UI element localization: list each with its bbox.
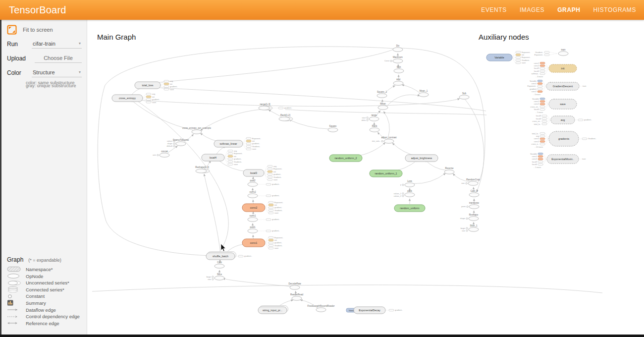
graph-canvas[interactable]: total_lossavginitgradient..savecross_ent… bbox=[87, 20, 644, 335]
graph-node-div[interactable]: Div bbox=[393, 45, 403, 52]
graph-text: Div bbox=[396, 45, 400, 47]
graph-text: gradient.. bbox=[272, 230, 280, 232]
graph-text: Reshape bbox=[469, 214, 479, 216]
graph-text: size bbox=[462, 230, 465, 232]
graph-node-random_crop[interactable]: RandomCropsize bbox=[461, 178, 480, 185]
graph-node-total_loss[interactable]: total_lossavginitgradient..save bbox=[135, 80, 178, 90]
graph-node-aux_avg[interactable]: avggradient..local3local4cross_en..total… bbox=[532, 115, 591, 125]
graph-node-string_input[interactable]: string_input_pr... bbox=[258, 306, 288, 314]
graph-node-ru2[interactable]: random_uniform_2 bbox=[329, 155, 362, 162]
graph-node-shuffle_batch[interactable]: shuffle_batchgradient.. bbox=[206, 252, 252, 260]
graph-node-add[interactable]: Add bbox=[393, 78, 403, 85]
graph-node-aux_train[interactable]: trainGradient..Exponent.. bbox=[535, 49, 568, 56]
graph-text: local4 bbox=[210, 156, 216, 159]
graph-node-pack[interactable]: packvalues_1values_2 bbox=[394, 190, 415, 197]
graph-node-range13[interactable]: range[1-3]gradient.. bbox=[259, 103, 292, 110]
graph-text: train bbox=[561, 49, 566, 51]
fit-to-screen-label: Fit to screen bbox=[23, 27, 53, 33]
graph-text: Exponent.. bbox=[535, 54, 543, 56]
graph-text: avg bbox=[536, 135, 539, 137]
graph-node-aux_init[interactable]: initconv1conv2local3local4softmax.... 3 … bbox=[532, 62, 577, 77]
graph-text: gradient.. bbox=[274, 242, 282, 244]
graph-node-transpose[interactable]: transposeperm bbox=[461, 202, 479, 209]
graph-node-slice1[interactable]: Slice_1beginsize bbox=[461, 225, 479, 232]
graph-node-cast[interactable]: Cast bbox=[215, 261, 224, 268]
graph-text: Exponent.. bbox=[274, 237, 283, 239]
graph-node-cepe[interactable]: cross_entropy_per_example bbox=[182, 127, 211, 134]
graph-node-s2d[interactable]: SparseToDensevaluesshapedefault bbox=[167, 139, 189, 148]
graph-text: cross_entropy_per_example bbox=[182, 127, 211, 129]
fit-to-screen-icon[interactable] bbox=[7, 25, 17, 35]
graph-text: Exponent.. bbox=[274, 202, 283, 204]
graph-text: gradient.. bbox=[152, 99, 160, 101]
graph-text: Gradient.. bbox=[274, 210, 283, 212]
graph-node-aux_variable[interactable]: VariableExponent..initExponent..Gradient… bbox=[486, 51, 531, 64]
graph-node-reader_read[interactable]: ReaderRead bbox=[290, 293, 303, 300]
tab-images[interactable]: IMAGES bbox=[520, 6, 544, 13]
graph-node-maximum[interactable]: MaximumConst bbox=[384, 56, 403, 63]
color-select[interactable]: Structure ▾ bbox=[32, 68, 82, 77]
graph-text: Variable bbox=[530, 80, 537, 82]
graph-node-sub[interactable]: Sub bbox=[459, 92, 469, 99]
graph-node-reshape13[interactable]: Reshape[1-3] bbox=[195, 166, 210, 173]
graph-node-pool1[interactable]: pool1gradient.. bbox=[248, 226, 280, 233]
graph-text: init bbox=[170, 83, 173, 85]
graph-node-slice[interactable]: Slicebeginsize bbox=[207, 273, 224, 281]
graph-node-range_op[interactable]: rangestartdelta bbox=[362, 114, 379, 121]
graph-node-concat[interactable]: concataxis bbox=[153, 150, 169, 157]
graph-node-aux_save[interactable]: saveVariableconv1conv2cross_en..local3..… bbox=[530, 98, 577, 113]
run-select[interactable]: cifar-train ▾ bbox=[32, 40, 82, 49]
graph-node-ru1[interactable]: random_uniform_1 bbox=[370, 170, 402, 177]
graph-text: start bbox=[362, 117, 366, 119]
graph-node-aux_gradients[interactable]: gradientsGradient..total_lo..avgconv1con… bbox=[532, 131, 596, 148]
graph-text: Less bbox=[407, 180, 412, 182]
graph-text: norm1 bbox=[249, 215, 256, 217]
tab-graph[interactable]: GRAPH bbox=[557, 6, 580, 13]
graph-text: avg bbox=[273, 166, 276, 168]
graph-node-square1[interactable]: Square_1 bbox=[377, 91, 387, 98]
choose-file-button[interactable]: Choose File bbox=[35, 54, 82, 63]
graph-node-conv2[interactable]: conv2Exponent..initgradient..Gradient..s… bbox=[242, 201, 283, 214]
graph-node-sqrt[interactable]: Sqrt bbox=[394, 66, 404, 73]
graph-node-cast1[interactable]: Cast_1 bbox=[469, 190, 479, 197]
graph-node-square[interactable]: Square bbox=[328, 125, 338, 132]
graph-node-conv1[interactable]: conv1Exponent..initgradient..Gradient..s… bbox=[242, 236, 283, 249]
graph-node-adjust_contrast[interactable]: adjust_contrastmin_valu.. bbox=[372, 136, 397, 143]
graph-node-aux_gd[interactable]: GradientDescenttrainVariableconv1Exponen… bbox=[528, 80, 587, 95]
graph-node-norm1[interactable]: norm1gradient.. bbox=[248, 215, 280, 222]
graph-text: gradients bbox=[558, 137, 569, 140]
tab-events[interactable]: EVENTS bbox=[481, 6, 507, 13]
graph-edge bbox=[392, 143, 418, 157]
graph-node-less[interactable]: Lessy bbox=[400, 180, 415, 187]
mouse-cursor bbox=[221, 244, 225, 251]
graph-text: shape bbox=[460, 218, 465, 220]
graph-node-rank12[interactable]: Rank[1-2] bbox=[279, 114, 293, 121]
graph-text: Gradient.. bbox=[522, 59, 530, 61]
control-dependency-edge-icon bbox=[7, 314, 22, 320]
graph-node-cross_entropy[interactable]: cross_entropyavginitgradient..save bbox=[112, 93, 160, 103]
graph-node-mean[interactable]: Mean bbox=[378, 103, 388, 110]
graph-node-ru0[interactable]: random_uniform bbox=[394, 205, 425, 212]
graph-node-reverse[interactable]: Reverse bbox=[444, 167, 454, 174]
graph-edge bbox=[402, 85, 420, 93]
graph-text: pack bbox=[407, 190, 412, 192]
graph-node-rank_op[interactable]: Rank bbox=[370, 125, 379, 132]
graph-text: init bbox=[273, 171, 276, 173]
graph-text: pool1 bbox=[250, 226, 256, 228]
graph-node-adjust_brightness[interactable]: adjust_brightness bbox=[405, 155, 438, 162]
graph-text: gradient.. bbox=[244, 255, 252, 257]
graph-text: string_input_pr... bbox=[263, 309, 282, 312]
graph-node-norm2[interactable]: norm2gradient.. bbox=[248, 191, 280, 198]
graph-node-reshape_op[interactable]: Reshapeshape bbox=[460, 214, 479, 221]
graph-node-exp_decay[interactable]: ExponentialDecaygradient.. bbox=[354, 307, 403, 314]
graph-node-mean1[interactable]: Mean_1 bbox=[419, 90, 429, 97]
tab-histograms[interactable]: HISTOGRAMS bbox=[593, 6, 636, 13]
graph-node-flrr[interactable]: FixedLengthRecordReader bbox=[307, 305, 335, 312]
graph-text: SparseToDense bbox=[173, 139, 189, 141]
graph-node-decode_raw[interactable]: DecodeRaw bbox=[288, 282, 301, 289]
graph-node-aux_ema[interactable]: ExponentialMovin..trainVariableconv1conv… bbox=[530, 153, 586, 168]
graph-edge bbox=[383, 112, 389, 137]
graph-text: min_valu.. bbox=[372, 140, 380, 142]
graph-node-local3[interactable]: local3avgExponent..initgradient..Gradien… bbox=[243, 166, 282, 181]
graph-node-softmax_linear[interactable]: softmax_linearExponent..initgradient..Gr… bbox=[214, 137, 261, 150]
